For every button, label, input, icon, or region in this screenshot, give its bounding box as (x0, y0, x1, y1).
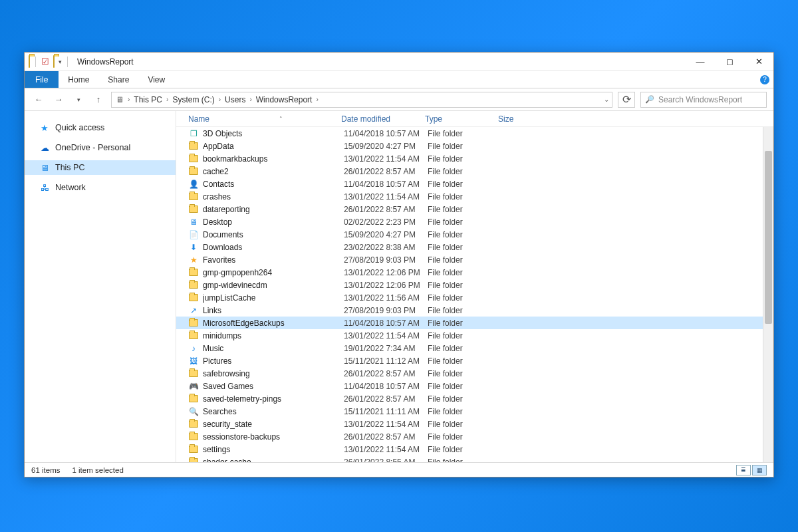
table-row[interactable]: 🖼Pictures15/11/2021 11:12 AMFile folder (176, 354, 773, 367)
forward-button[interactable]: → (51, 92, 66, 107)
vertical-scrollbar[interactable] (763, 127, 773, 462)
file-tab[interactable]: File (25, 71, 59, 88)
tab-share[interactable]: Share (98, 71, 138, 88)
table-row[interactable]: datareporting26/01/2022 8:57 AMFile fold… (176, 203, 773, 215)
breadcrumb-drive[interactable]: System (C:) (171, 95, 215, 104)
maximize-button[interactable]: ◻ (715, 53, 744, 71)
tab-home[interactable]: Home (59, 71, 98, 88)
table-row[interactable]: 🎮Saved Games11/04/2018 10:57 AMFile fold… (176, 380, 773, 392)
chevron-right-icon[interactable]: › (247, 96, 254, 103)
nav-item-label: Quick access (55, 123, 104, 132)
recent-dropdown-icon[interactable]: ▾ (71, 92, 86, 107)
file-date: 26/01/2022 8:57 AM (344, 205, 428, 214)
table-row[interactable]: 🔍Searches15/11/2021 11:11 AMFile folder (176, 405, 773, 418)
file-name: saved-telemetry-pings (203, 394, 344, 404)
file-type: File folder (428, 205, 501, 214)
file-type: File folder (428, 142, 501, 151)
folder-icon (188, 204, 199, 215)
folder-icon (188, 267, 199, 278)
chevron-right-icon[interactable]: › (125, 96, 132, 103)
table-row[interactable]: safebrowsing26/01/2022 8:57 AMFile folde… (176, 367, 773, 380)
thumbnails-view-button[interactable]: ▦ (752, 465, 767, 475)
cube-icon: ❒ (188, 128, 199, 139)
table-row[interactable]: AppData15/09/2020 4:27 PMFile folder (176, 140, 773, 152)
table-row[interactable]: 🖥Desktop02/02/2022 2:23 PMFile folder (176, 215, 773, 228)
file-name: datareporting (203, 205, 344, 214)
file-date: 26/01/2022 8:57 AM (344, 167, 428, 176)
column-type[interactable]: Type (425, 114, 498, 124)
table-row[interactable]: ⬇Downloads23/02/2022 8:38 AMFile folder (176, 241, 773, 253)
new-folder-icon[interactable] (53, 56, 55, 68)
breadcrumb-this-pc[interactable]: This PC (132, 95, 164, 104)
table-row[interactable]: gmp-widevinecdm13/01/2022 12:06 PMFile f… (176, 279, 773, 291)
star-icon: ★ (188, 255, 199, 265)
folder-icon (188, 141, 199, 152)
pc-icon: 🖥 (116, 95, 124, 104)
star-icon: ★ (39, 122, 50, 133)
properties-icon[interactable]: ☑ (41, 57, 49, 66)
search-icon: 🔍 (645, 95, 654, 104)
nav-item-network[interactable]: 🖧Network (25, 180, 176, 195)
file-type: File folder (428, 167, 501, 176)
breadcrumb-current[interactable]: WindowsReport (255, 95, 314, 104)
folder-icon (188, 154, 199, 164)
nav-item-quick-access[interactable]: ★Quick access (25, 120, 176, 135)
chevron-right-icon[interactable]: › (313, 96, 321, 103)
scrollbar-thumb[interactable] (765, 151, 772, 324)
file-name: jumpListCache (203, 293, 344, 303)
minimize-button[interactable]: ― (686, 53, 715, 71)
table-row[interactable]: sessionstore-backups26/01/2022 8:57 AMFi… (176, 430, 773, 443)
column-name[interactable]: Name˄ (188, 114, 341, 124)
table-row[interactable]: crashes13/01/2022 11:54 AMFile folder (176, 190, 773, 203)
table-row[interactable]: minidumps13/01/2022 11:54 AMFile folder (176, 329, 773, 342)
column-date[interactable]: Date modified (341, 114, 425, 124)
file-date: 02/02/2022 2:23 PM (344, 217, 428, 227)
table-row[interactable]: MicrosoftEdgeBackups11/04/2018 10:57 AMF… (176, 317, 773, 329)
table-row[interactable]: 📄Documents15/09/2020 4:27 PMFile folder (176, 228, 773, 241)
table-row[interactable]: cache226/01/2022 8:57 AMFile folder (176, 165, 773, 178)
table-row[interactable]: ♪Music19/01/2022 7:34 AMFile folder (176, 342, 773, 354)
search-input[interactable]: 🔍 Search WindowsReport (640, 92, 767, 108)
file-date: 26/01/2022 8:57 AM (344, 394, 428, 404)
table-row[interactable]: ↗Links27/08/2019 9:03 PMFile folder (176, 304, 773, 317)
chevron-right-icon[interactable]: › (164, 96, 171, 103)
address-bar[interactable]: 🖥 › This PC › System (C:) › Users › Wind… (111, 92, 612, 108)
column-size[interactable]: Size (498, 114, 545, 124)
file-type: File folder (428, 331, 501, 340)
file-name: minidumps (203, 331, 344, 340)
file-type: File folder (428, 268, 501, 277)
up-button[interactable]: ↑ (91, 92, 106, 107)
details-view-button[interactable]: ≣ (736, 465, 751, 475)
table-row[interactable]: ★Favorites27/08/2019 9:03 PMFile folder (176, 253, 773, 266)
file-name: Searches (203, 407, 344, 416)
file-type: File folder (428, 458, 501, 463)
back-button[interactable]: ← (31, 92, 46, 107)
file-type: File folder (428, 192, 501, 201)
folder-icon (188, 394, 199, 404)
table-row[interactable]: gmp-gmpopenh26413/01/2022 12:06 PMFile f… (176, 266, 773, 279)
nav-item-this-pc[interactable]: 🖥This PC (25, 160, 176, 175)
chevron-right-icon[interactable]: › (216, 96, 223, 103)
refresh-button[interactable]: ⟳ (618, 92, 635, 108)
tab-view[interactable]: View (138, 71, 174, 88)
table-row[interactable]: bookmarkbackups13/01/2022 11:54 AMFile f… (176, 152, 773, 165)
table-row[interactable]: shader-cache26/01/2022 8:55 AMFile folde… (176, 456, 773, 462)
customize-qat-icon[interactable]: ▾ (59, 59, 62, 65)
table-row[interactable]: saved-telemetry-pings26/01/2022 8:57 AMF… (176, 392, 773, 405)
table-row[interactable]: 👤Contacts11/04/2018 10:57 AMFile folder (176, 178, 773, 190)
table-row[interactable]: jumpListCache13/01/2022 11:56 AMFile fol… (176, 291, 773, 304)
address-dropdown-icon[interactable]: ⌄ (604, 96, 609, 103)
table-row[interactable]: settings13/01/2022 11:54 AMFile folder (176, 443, 773, 456)
file-type: File folder (428, 243, 501, 252)
nav-item-onedrive-personal[interactable]: ☁OneDrive - Personal (25, 140, 176, 155)
close-button[interactable]: ✕ (744, 53, 773, 71)
breadcrumb-users[interactable]: Users (223, 95, 247, 104)
file-date: 26/01/2022 8:57 AM (344, 369, 428, 378)
link-icon: ↗ (188, 305, 199, 316)
table-row[interactable]: ❒3D Objects11/04/2018 10:57 AMFile folde… (176, 127, 773, 140)
file-type: File folder (428, 129, 501, 138)
help-button[interactable]: ? (756, 71, 773, 88)
file-date: 15/09/2020 4:27 PM (344, 142, 428, 151)
table-row[interactable]: security_state13/01/2022 11:54 AMFile fo… (176, 418, 773, 430)
title-bar: ☑ ▾ WindowsReport ― ◻ ✕ (25, 53, 773, 71)
